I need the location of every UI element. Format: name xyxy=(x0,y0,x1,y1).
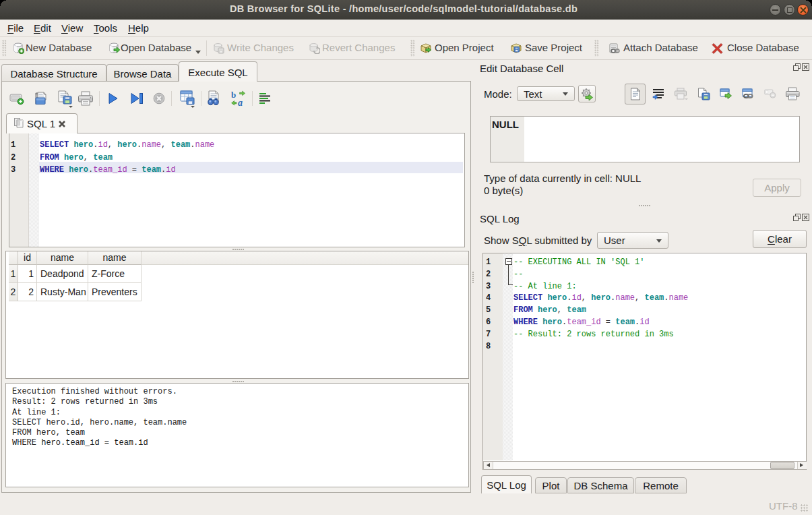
svg-text:b: b xyxy=(231,90,236,100)
svg-text:a: a xyxy=(238,98,243,107)
